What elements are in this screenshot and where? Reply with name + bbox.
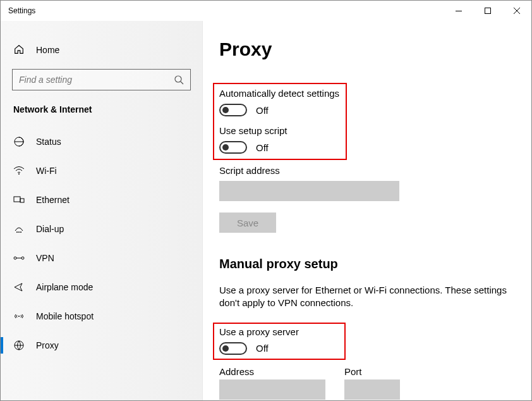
- home-icon: [13, 44, 26, 56]
- svg-point-12: [18, 316, 20, 317]
- use-proxy-label: Use a proxy server: [219, 326, 344, 337]
- manual-heading: Manual proxy setup: [219, 257, 512, 271]
- nav-item-status[interactable]: Status: [1, 127, 202, 156]
- auto-detect-state: Off: [256, 105, 269, 116]
- nav-label: VPN: [36, 253, 54, 263]
- svg-point-2: [175, 76, 181, 82]
- sidebar: Home Network & Internet Status Wi-Fi: [1, 21, 203, 400]
- auto-detect-label: Automatically detect settings: [219, 88, 346, 99]
- vpn-icon: [13, 252, 25, 264]
- nav-list: Status Wi-Fi Ethernet Dial-up: [1, 127, 202, 360]
- minimize-button[interactable]: [444, 1, 473, 21]
- port-label: Port: [344, 366, 400, 377]
- home-label: Home: [36, 45, 59, 55]
- window-controls: [444, 1, 531, 21]
- ethernet-icon: [13, 194, 25, 206]
- airplane-icon: [13, 281, 25, 293]
- port-input: [344, 379, 400, 400]
- nav-item-vpn[interactable]: VPN: [1, 244, 202, 273]
- nav-item-wifi[interactable]: Wi-Fi: [1, 156, 202, 185]
- status-icon: [13, 136, 25, 147]
- search-input[interactable]: [19, 75, 174, 85]
- page-title: Proxy: [219, 39, 512, 60]
- close-button[interactable]: [502, 1, 531, 21]
- nav-item-airplane[interactable]: Airplane mode: [1, 273, 202, 302]
- use-script-toggle[interactable]: [219, 141, 247, 154]
- hotspot-icon: [13, 311, 25, 322]
- auto-detect-toggle[interactable]: [219, 104, 247, 116]
- save-button: Save: [219, 213, 276, 233]
- wifi-icon: [13, 165, 25, 176]
- search-box[interactable]: [12, 69, 191, 90]
- svg-rect-0: [456, 11, 462, 11]
- use-proxy-toggle[interactable]: [219, 342, 247, 355]
- nav-label: Status: [36, 137, 61, 147]
- svg-point-4: [18, 173, 20, 175]
- minimize-icon: [456, 11, 462, 11]
- nav-item-hotspot[interactable]: Mobile hotspot: [1, 302, 202, 331]
- svg-point-10: [14, 257, 16, 259]
- address-input: [219, 379, 325, 400]
- script-address-label: Script address: [219, 165, 512, 176]
- search-icon: [174, 75, 184, 85]
- category-heading: Network & Internet: [1, 104, 202, 127]
- highlight-box-auto: Automatically detect settings Off Use se…: [213, 83, 347, 160]
- nav-label: Mobile hotspot: [36, 311, 94, 321]
- svg-point-7: [16, 231, 18, 233]
- nav-label: Dial-up: [36, 224, 64, 234]
- script-address-input: [219, 181, 399, 201]
- svg-point-11: [21, 257, 24, 259]
- use-script-state: Off: [256, 142, 269, 153]
- window-title: Settings: [1, 6, 35, 15]
- svg-rect-6: [20, 199, 24, 202]
- proxy-icon: [13, 340, 25, 351]
- maximize-button[interactable]: [473, 1, 502, 21]
- highlight-box-proxy: Use a proxy server Off: [213, 323, 346, 360]
- nav-label: Proxy: [36, 340, 59, 350]
- svg-rect-5: [14, 197, 20, 202]
- nav-item-ethernet[interactable]: Ethernet: [1, 185, 202, 214]
- close-icon: [514, 8, 520, 14]
- dialup-icon: [13, 223, 25, 235]
- maximize-icon: [485, 8, 491, 14]
- svg-rect-1: [485, 8, 491, 14]
- content: Proxy Automatically detect settings Off …: [203, 21, 531, 400]
- svg-point-9: [20, 231, 21, 233]
- use-proxy-state: Off: [256, 343, 269, 354]
- home-nav[interactable]: Home: [1, 40, 202, 69]
- address-label: Address: [219, 366, 344, 377]
- nav-item-dialup[interactable]: Dial-up: [1, 214, 202, 244]
- nav-label: Ethernet: [36, 195, 70, 205]
- use-script-label: Use setup script: [219, 125, 346, 136]
- manual-description: Use a proxy server for Ethernet or Wi-Fi…: [219, 284, 510, 310]
- nav-label: Wi-Fi: [36, 166, 57, 176]
- nav-item-proxy[interactable]: Proxy: [1, 331, 202, 360]
- titlebar: Settings: [1, 1, 531, 21]
- svg-point-8: [18, 231, 20, 233]
- nav-label: Airplane mode: [36, 282, 93, 292]
